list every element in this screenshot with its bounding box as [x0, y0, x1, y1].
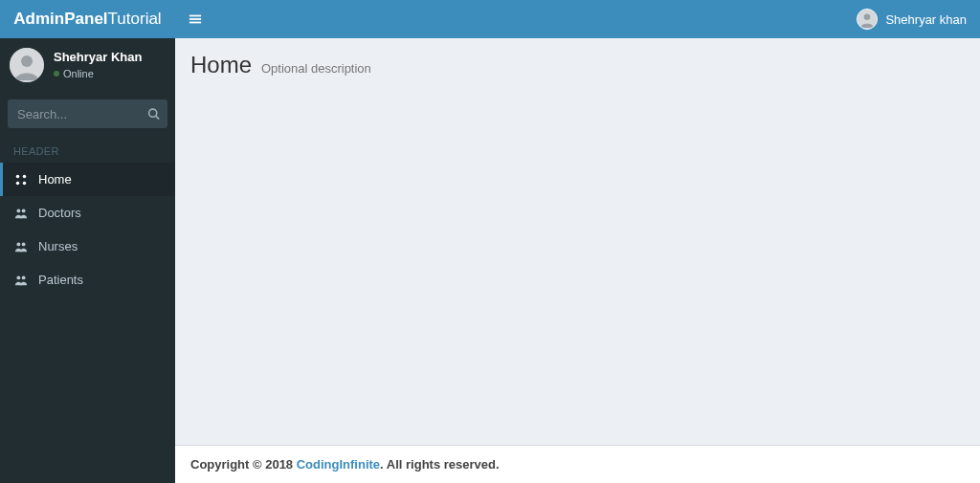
- footer-suffix: . All rights reserved.: [380, 457, 500, 472]
- top-user-menu[interactable]: Shehryar khan: [857, 9, 967, 30]
- main: Shehryar khan Home Optional description …: [175, 0, 980, 483]
- svg-point-8: [16, 209, 20, 212]
- hamburger-icon: [189, 12, 202, 26]
- search-form: [0, 92, 175, 136]
- search-icon: [147, 108, 160, 121]
- status-dot-icon: [54, 71, 59, 77]
- svg-point-4: [16, 174, 20, 178]
- nav-section-header: HEADER: [0, 136, 175, 163]
- svg-point-1: [21, 55, 33, 67]
- brand-light: Tutorial: [108, 10, 162, 29]
- svg-point-6: [16, 181, 20, 185]
- search-button[interactable]: [147, 108, 160, 121]
- page-title: Home: [190, 52, 252, 77]
- sidebar-item-label: Nurses: [38, 239, 78, 253]
- sidebar-item-patients[interactable]: Patients: [0, 263, 175, 296]
- sidebar-item-doctors[interactable]: Doctors: [0, 196, 175, 230]
- svg-point-9: [22, 209, 26, 212]
- avatar: [10, 48, 44, 82]
- top-user-name: Shehryar khan: [885, 12, 967, 27]
- avatar: [857, 9, 878, 30]
- svg-point-12: [16, 275, 20, 279]
- svg-rect-15: [189, 18, 201, 20]
- users-icon: [13, 240, 29, 253]
- sidebar-toggle-button[interactable]: [189, 12, 202, 26]
- avatar-placeholder-icon: [10, 48, 44, 82]
- sidebar: AdminPanelTutorial Shehryar Khan Online: [0, 0, 175, 483]
- users-icon: [13, 207, 29, 220]
- footer: Copyright © 2018 CodingInfinite. All rig…: [175, 445, 980, 483]
- user-status-text: Online: [63, 68, 94, 80]
- sidebar-item-label: Home: [38, 172, 72, 187]
- user-name: Shehryar Khan: [54, 50, 142, 65]
- content-header: Home Optional description: [175, 38, 980, 86]
- svg-point-5: [23, 174, 27, 178]
- svg-rect-16: [189, 22, 201, 24]
- footer-link[interactable]: CodingInfinite: [297, 457, 380, 472]
- page-subtitle: Optional description: [261, 61, 371, 76]
- svg-rect-14: [189, 15, 201, 17]
- svg-point-18: [864, 13, 871, 20]
- svg-point-2: [149, 109, 157, 117]
- brand-bold: AdminPanel: [13, 10, 107, 29]
- footer-prefix: Copyright © 2018: [190, 457, 297, 472]
- users-icon: [13, 274, 29, 287]
- svg-line-3: [156, 116, 159, 119]
- user-panel: Shehryar Khan Online: [0, 38, 175, 92]
- search-input[interactable]: [8, 101, 167, 127]
- svg-point-7: [23, 181, 27, 185]
- svg-point-11: [22, 242, 26, 246]
- topbar: Shehryar khan: [175, 0, 980, 38]
- brand-logo[interactable]: AdminPanelTutorial: [0, 0, 175, 38]
- dashboard-icon: [13, 173, 29, 187]
- svg-point-10: [16, 242, 20, 246]
- sidebar-item-home[interactable]: Home: [0, 163, 175, 196]
- avatar-placeholder-icon: [858, 9, 877, 30]
- sidebar-item-label: Patients: [38, 273, 83, 287]
- sidebar-item-nurses[interactable]: Nurses: [0, 230, 175, 263]
- user-status: Online: [54, 68, 142, 80]
- sidebar-item-label: Doctors: [38, 206, 81, 220]
- content-body: [175, 86, 980, 445]
- svg-point-13: [22, 275, 26, 279]
